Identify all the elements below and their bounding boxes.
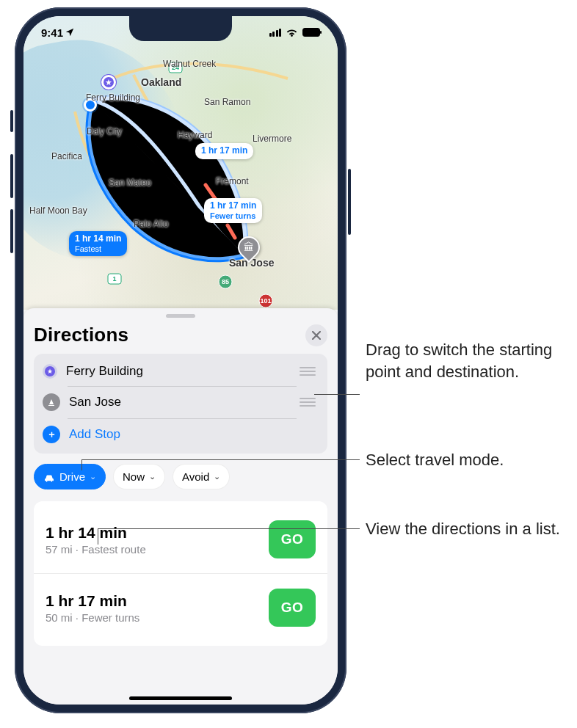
sheet-grabber[interactable] — [166, 314, 195, 318]
go-button[interactable]: GO — [269, 520, 316, 558]
route-callout-primary[interactable]: 1 hr 14 min Fastest — [69, 231, 127, 256]
city-label: Half Moon Bay — [29, 205, 87, 216]
wifi-icon — [286, 28, 298, 37]
city-label: Fremont — [216, 176, 249, 186]
phone-volume-down — [10, 209, 13, 253]
route-duration: 1 hr 17 min — [46, 592, 139, 610]
route-callout-alt-1[interactable]: 1 hr 17 min — [195, 143, 253, 159]
city-label: San Mateo — [109, 178, 151, 188]
sheet-title: Directions — [34, 324, 128, 346]
option-chips: Drive ⌄ Now ⌄ Avoid ⌄ — [34, 464, 327, 489]
add-stop-row[interactable]: ＋ Add Stop — [34, 418, 327, 451]
annotation-line — [314, 394, 360, 395]
annotation-list: View the directions in a list. — [366, 518, 571, 540]
map-view[interactable]: 24 1 85 101 ★ 🏛 Oakland — [23, 16, 338, 310]
avoid-options-chip[interactable]: Avoid ⌄ — [173, 464, 230, 489]
annotation-line — [81, 459, 360, 460]
annotation-tick — [81, 459, 82, 470]
car-icon — [43, 472, 55, 482]
city-label: Hayward — [178, 130, 212, 140]
route-item[interactable]: 1 hr 14 min 57 mi · Fastest route GO — [34, 506, 327, 573]
add-stop-label: Add Stop — [69, 427, 319, 442]
stops-card: Ferry Building San Jose ＋ Add Stop — [34, 354, 327, 454]
directions-sheet[interactable]: Directions Ferry Building — [23, 308, 338, 705]
city-label: Daly City — [87, 126, 122, 136]
svg-text:101: 101 — [260, 297, 271, 305]
svg-text:85: 85 — [222, 278, 229, 285]
annotation-drag: Drag to switch the starting point and de… — [366, 339, 571, 382]
city-label: San Ramon — [204, 97, 250, 107]
map-marker-origin[interactable]: ★ — [101, 75, 116, 90]
iphone-frame: 9:41 — [15, 7, 346, 713]
reorder-handle-icon[interactable] — [297, 395, 319, 410]
route-detail: 57 mi · Fastest route — [46, 543, 146, 556]
svg-text:1: 1 — [112, 275, 116, 283]
phone-silent-switch — [10, 110, 13, 132]
chevron-down-icon: ⌄ — [149, 472, 156, 481]
close-button[interactable] — [305, 324, 327, 346]
annotation-mode: Select travel mode. — [366, 449, 571, 471]
routes-list: 1 hr 14 min 57 mi · Fastest route GO 1 h… — [34, 501, 327, 646]
phone-volume-up — [10, 154, 13, 198]
star-icon — [43, 364, 57, 379]
destination-label: San Jose — [69, 395, 288, 410]
route-detail: 50 mi · Fewer turns — [46, 611, 139, 624]
city-label: Walnut Creek — [163, 59, 216, 69]
annotation-tick — [98, 528, 98, 545]
battery-icon — [302, 28, 320, 37]
notch — [129, 16, 232, 41]
travel-mode-chip[interactable]: Drive ⌄ — [34, 464, 106, 489]
depart-time-chip[interactable]: Now ⌄ — [113, 464, 165, 489]
origin-label: Ferry Building — [66, 364, 288, 379]
chevron-down-icon: ⌄ — [214, 472, 220, 481]
stop-row-destination[interactable]: San Jose — [34, 386, 327, 418]
cellular-signal-icon — [269, 29, 282, 37]
city-label: San Jose — [229, 257, 274, 269]
city-label: Pacifica — [51, 151, 82, 161]
city-label: Oakland — [141, 76, 181, 88]
destination-pin-icon — [43, 393, 60, 411]
reorder-handle-icon[interactable] — [297, 364, 319, 379]
chevron-down-icon: ⌄ — [90, 472, 96, 481]
location-arrow-icon — [65, 27, 75, 37]
route-item[interactable]: 1 hr 17 min 50 mi · Fewer turns GO — [34, 573, 327, 641]
plus-icon: ＋ — [43, 426, 60, 443]
route-callout-alt-2[interactable]: 1 hr 17 min Fewer turns — [204, 198, 262, 223]
go-button[interactable]: GO — [269, 589, 316, 627]
home-indicator[interactable] — [129, 696, 232, 700]
annotation-line — [98, 528, 360, 529]
city-label: Ferry Building — [86, 92, 140, 103]
stop-row-origin[interactable]: Ferry Building — [34, 357, 327, 386]
status-time: 9:41 — [41, 26, 63, 39]
close-icon — [312, 331, 321, 340]
phone-power-button — [348, 169, 351, 235]
route-duration: 1 hr 14 min — [46, 524, 146, 542]
city-label: Livermore — [253, 134, 291, 144]
screen: 9:41 — [23, 16, 338, 705]
city-label: Palo Alto — [134, 219, 168, 229]
